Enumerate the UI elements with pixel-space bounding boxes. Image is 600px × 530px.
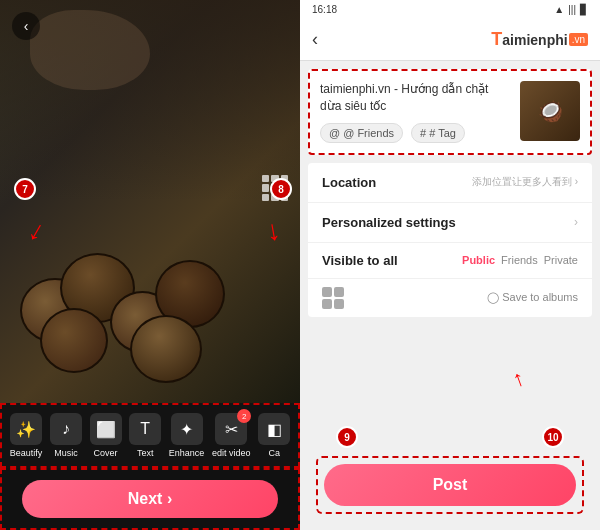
text-icon: T xyxy=(129,413,161,445)
badge-7: 7 xyxy=(14,178,36,200)
settings-container: Location 添加位置让更多人看到 › Personalized setti… xyxy=(308,163,592,317)
hash-icon: # xyxy=(420,127,426,139)
left-back-button[interactable]: ‹ xyxy=(12,12,40,40)
tool-text[interactable]: T Text xyxy=(129,413,161,458)
visibility-options: Public Friends Private xyxy=(462,254,578,266)
location-row[interactable]: Location 添加位置让更多人看到 › xyxy=(308,163,592,203)
ca-label: Ca xyxy=(268,448,280,458)
status-bar: 16:18 ▲ ||| ▊ xyxy=(300,0,600,19)
logo-vn: .vn xyxy=(569,33,588,46)
logo-area: T aimienphi .vn xyxy=(491,29,588,50)
coconut-5 xyxy=(40,308,108,373)
post-text-area: taimienphi.vn - Hướng dẫn chặt dừa siêu … xyxy=(320,81,512,143)
post-thumbnail: 🥥 xyxy=(520,81,580,141)
personalized-label: Personalized settings xyxy=(322,215,456,230)
logo-t: T xyxy=(491,29,502,50)
enhance-label: Enhance xyxy=(169,448,205,458)
ca-icon: ◧ xyxy=(258,413,290,445)
cover-label: Cover xyxy=(94,448,118,458)
right-panel: 16:18 ▲ ||| ▊ ‹ T aimienphi .vn taimienp… xyxy=(300,0,600,530)
visibility-row[interactable]: Visible to all Public Friends Private xyxy=(308,243,592,279)
tag-friends-button[interactable]: @ @ Friends xyxy=(320,123,403,143)
friends-icon: @ xyxy=(329,127,340,139)
video-area: ‹ 7 8 ↓ ↓ xyxy=(0,0,300,403)
visibility-private[interactable]: Private xyxy=(544,254,578,266)
left-panel: ‹ 7 8 ↓ ↓ ✨ Beautify ♪ Music ⬜ Cover T T… xyxy=(0,0,300,530)
music-label: Music xyxy=(54,448,78,458)
badge-9: 9 xyxy=(336,426,358,448)
post-button[interactable]: Post xyxy=(324,464,576,506)
friends-label: @ Friends xyxy=(343,127,394,139)
music-icon: ♪ xyxy=(50,413,82,445)
badge-10: 10 xyxy=(542,426,564,448)
beautify-icon: ✨ xyxy=(10,413,42,445)
location-hint: 添加位置让更多人看到 › xyxy=(472,175,578,189)
right-back-button[interactable]: ‹ xyxy=(312,29,318,50)
status-icons: ▲ ||| ▊ xyxy=(554,4,588,15)
post-btn-area: 9 ↑ 10 Post xyxy=(300,317,600,530)
text-label: Text xyxy=(137,448,154,458)
next-button[interactable]: Next › xyxy=(22,480,278,518)
beautify-label: Beautify xyxy=(10,448,43,458)
arrow-up: ↑ xyxy=(509,365,528,393)
post-tags: @ @ Friends # # Tag xyxy=(320,123,512,143)
bottom-bar: Next › xyxy=(0,468,300,530)
badge-8: 8 xyxy=(270,178,292,200)
wifi-icon: ▲ xyxy=(554,4,564,15)
tag-hash-button[interactable]: # # Tag xyxy=(411,123,465,143)
edit-video-label: edit video xyxy=(212,448,251,458)
tool-music[interactable]: ♪ Music xyxy=(50,413,82,458)
post-title: taimienphi.vn - Hướng dẫn chặt dừa siêu … xyxy=(320,81,512,115)
edit-video-badge: 2 xyxy=(237,409,251,423)
battery-icon: ▊ xyxy=(580,4,588,15)
tool-beautify[interactable]: ✨ Beautify xyxy=(10,413,43,458)
time: 16:18 xyxy=(312,4,337,15)
tools-bar: ✨ Beautify ♪ Music ⬜ Cover T Text ✦ Enha… xyxy=(0,403,300,468)
tool-cover[interactable]: ⬜ Cover xyxy=(90,413,122,458)
visibility-public[interactable]: Public xyxy=(462,254,495,266)
location-right: 添加位置让更多人看到 › xyxy=(472,175,578,189)
visibility-friends[interactable]: Friends xyxy=(501,254,538,266)
personalized-chevron: › xyxy=(574,215,578,229)
tool-enhance[interactable]: ✦ Enhance xyxy=(169,413,205,458)
tool-edit-video[interactable]: ✂ 2 edit video xyxy=(212,413,251,458)
right-header: ‹ T aimienphi .vn xyxy=(300,19,600,61)
personalized-row[interactable]: Personalized settings › xyxy=(308,203,592,243)
cover-icon: ⬜ xyxy=(90,413,122,445)
tool-ca[interactable]: ◧ Ca xyxy=(258,413,290,458)
location-label: Location xyxy=(322,175,376,190)
coconut-6 xyxy=(130,315,202,383)
hash-label: # Tag xyxy=(429,127,456,139)
enhance-icon: ✦ xyxy=(171,413,203,445)
post-content-area: taimienphi.vn - Hướng dẫn chặt dừa siêu … xyxy=(308,69,592,155)
save-albums[interactable]: ◯ Save to albums xyxy=(487,291,578,304)
video-background xyxy=(0,0,300,403)
logo-text: aimienphi xyxy=(502,32,567,48)
edit-video-icon: ✂ 2 xyxy=(215,413,247,445)
badges-row: 9 ↑ 10 xyxy=(316,426,584,448)
post-btn-wrapper: Post xyxy=(316,456,584,514)
visibility-label: Visible to all xyxy=(322,253,398,268)
signal-icon: ||| xyxy=(568,4,576,15)
grid-dots-icon xyxy=(322,287,344,309)
